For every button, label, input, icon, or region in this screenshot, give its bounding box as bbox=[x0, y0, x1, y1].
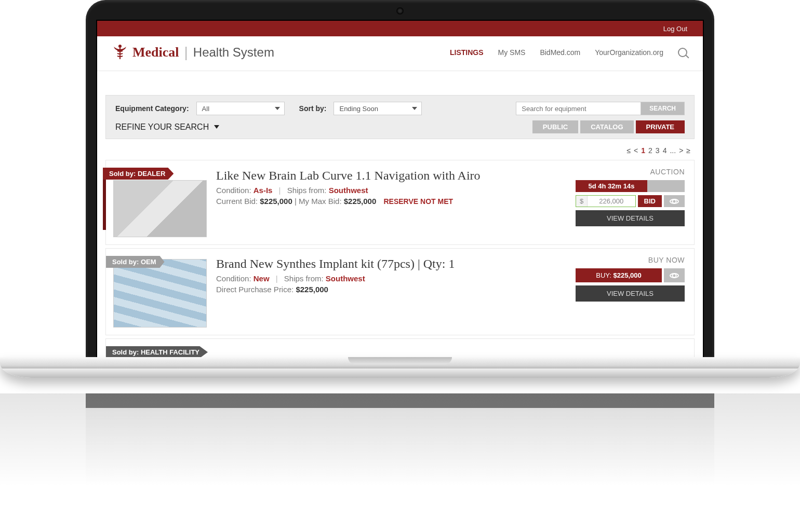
page-first[interactable]: ≤ bbox=[626, 146, 631, 155]
dpp-value: $225,000 bbox=[296, 285, 328, 294]
chevron-down-icon bbox=[412, 107, 417, 110]
dollar-icon: $ bbox=[576, 196, 588, 207]
sold-by-ribbon: Sold by: HEALTH FACILITY bbox=[106, 346, 208, 357]
brand-name-2: Health System bbox=[193, 45, 274, 60]
category-value: All bbox=[202, 105, 209, 113]
brand-separator: | bbox=[184, 44, 188, 61]
condition-label: Condition: bbox=[216, 186, 251, 195]
page-2[interactable]: 2 bbox=[648, 146, 652, 155]
bid-amount-input[interactable]: $ 226,000 bbox=[576, 195, 636, 207]
condition-value: As-Is bbox=[254, 186, 273, 195]
current-bid-label: Current Bid: bbox=[216, 197, 258, 206]
refine-label: REFINE YOUR SEARCH bbox=[115, 122, 209, 132]
nav-listings[interactable]: LISTINGS bbox=[450, 48, 484, 57]
nav-bidmed[interactable]: BidMed.com bbox=[540, 48, 580, 57]
listing-thumbnail[interactable] bbox=[113, 180, 207, 237]
listing-card: Sold by: OEM Brand New Synthes Implant k… bbox=[105, 248, 695, 335]
eye-icon bbox=[670, 199, 679, 204]
chevron-down-icon bbox=[275, 107, 280, 110]
svg-point-0 bbox=[118, 45, 122, 48]
timer-progress bbox=[647, 180, 685, 192]
site-header: Medical | Health System LISTINGS My SMS … bbox=[97, 36, 703, 71]
my-max-value: $225,000 bbox=[344, 197, 377, 206]
listings-container: Sold by: DEALER Like New Brain Lab Curve… bbox=[97, 160, 703, 357]
ships-value: Southwest bbox=[329, 186, 368, 195]
listing-card: Sold by: DEALER Like New Brain Lab Curve… bbox=[105, 160, 695, 245]
sold-by-ribbon: Sold by: DEALER bbox=[103, 168, 174, 180]
brand-name-1: Medical bbox=[132, 45, 179, 60]
view-details-button[interactable]: VIEW DETAILS bbox=[576, 210, 685, 226]
reserve-status: RESERVE NOT MET bbox=[383, 197, 453, 206]
condition-label: Condition: bbox=[216, 274, 251, 283]
listing-title[interactable]: Like New Brain Lab Curve 1.1 Navigation … bbox=[216, 169, 566, 183]
listing-title[interactable]: Brand New Synthes Implant kit (77pcs) | … bbox=[216, 257, 566, 271]
buy-button[interactable]: BUY: $225,000 bbox=[576, 268, 662, 282]
brand-logo[interactable]: Medical | Health System bbox=[113, 44, 274, 61]
sort-select[interactable]: Ending Soon bbox=[334, 102, 422, 115]
ships-value: Southwest bbox=[326, 274, 365, 283]
sale-type-label: AUCTION bbox=[576, 168, 685, 176]
page-3[interactable]: 3 bbox=[656, 146, 660, 155]
filter-bar: Equipment Category: All Sort by: Ending … bbox=[105, 95, 695, 139]
page-last[interactable]: ≥ bbox=[686, 146, 690, 155]
ships-label: Ships from: bbox=[284, 274, 324, 283]
sort-value: Ending Soon bbox=[339, 105, 378, 113]
pagination: ≤ < 1 2 3 4 ... > ≥ bbox=[97, 139, 703, 160]
page-1[interactable]: 1 bbox=[641, 146, 645, 155]
equipment-search-input[interactable] bbox=[516, 102, 641, 115]
watch-button[interactable] bbox=[664, 195, 685, 207]
bid-button[interactable]: BID bbox=[638, 195, 662, 207]
category-select[interactable]: All bbox=[196, 102, 285, 115]
nav-yourorg[interactable]: YourOrganization.org bbox=[595, 48, 663, 57]
page-prev[interactable]: < bbox=[634, 146, 638, 155]
eye-icon bbox=[670, 273, 679, 278]
current-bid-value: $225,000 bbox=[260, 197, 292, 206]
page-ellipsis: ... bbox=[670, 146, 676, 155]
sale-type-label: BUY NOW bbox=[576, 256, 685, 264]
category-label: Equipment Category: bbox=[115, 104, 189, 113]
condition-value: New bbox=[254, 274, 270, 283]
tab-public[interactable]: PUBLIC bbox=[532, 120, 578, 133]
page-4[interactable]: 4 bbox=[663, 146, 667, 155]
tab-private[interactable]: PRIVATE bbox=[636, 120, 685, 133]
tab-catalog[interactable]: CATALOG bbox=[580, 120, 633, 133]
main-nav: LISTINGS My SMS BidMed.com YourOrganizat… bbox=[450, 48, 687, 57]
chevron-down-icon bbox=[214, 125, 219, 129]
view-details-button[interactable]: VIEW DETAILS bbox=[576, 285, 685, 302]
search-icon[interactable] bbox=[678, 48, 687, 57]
watch-button[interactable] bbox=[664, 268, 685, 282]
caduceus-icon bbox=[113, 44, 127, 61]
laptop-reflection bbox=[0, 393, 800, 487]
laptop-base bbox=[0, 357, 800, 378]
search-button[interactable]: SEARCH bbox=[641, 102, 685, 115]
dpp-label: Direct Purchase Price: bbox=[216, 285, 294, 294]
sort-label: Sort by: bbox=[299, 104, 327, 113]
page-next[interactable]: > bbox=[679, 146, 683, 155]
countdown-timer: 5d 4h 32m 14s bbox=[576, 180, 647, 192]
nav-my-sms[interactable]: My SMS bbox=[498, 48, 526, 57]
refine-search-toggle[interactable]: REFINE YOUR SEARCH bbox=[115, 122, 219, 132]
sold-by-ribbon: Sold by: OEM bbox=[106, 256, 165, 268]
logout-link[interactable]: Log Out bbox=[663, 25, 687, 33]
top-bar: Log Out bbox=[97, 21, 703, 36]
bid-amount-value: 226,000 bbox=[588, 196, 635, 207]
listing-thumbnail[interactable] bbox=[113, 259, 207, 328]
ships-label: Ships from: bbox=[287, 186, 327, 195]
listing-card: Sold by: HEALTH FACILITY GE and Shimadzu… bbox=[105, 338, 695, 357]
my-max-label: My Max Bid: bbox=[299, 197, 342, 206]
laptop-camera-icon bbox=[397, 8, 403, 13]
